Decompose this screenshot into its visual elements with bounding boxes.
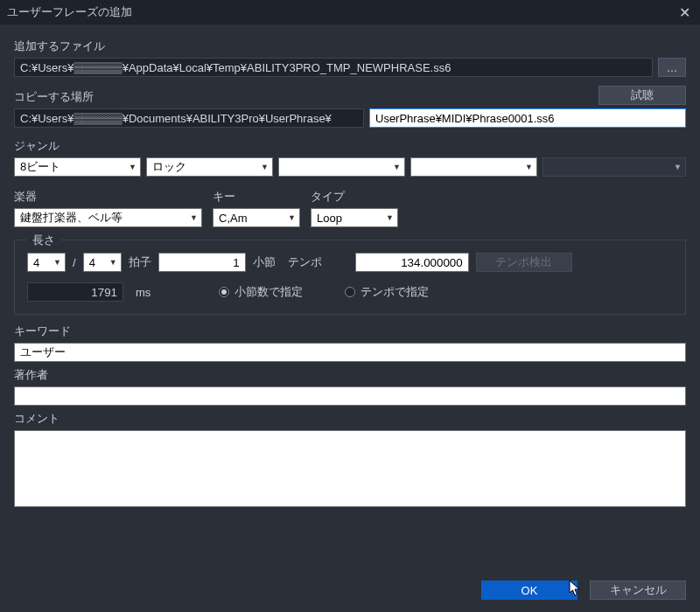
tempo-input[interactable] [355, 253, 469, 272]
instrument-label: 楽器 [14, 189, 202, 205]
type-select[interactable]: Loop ▼ [311, 208, 398, 227]
close-icon[interactable]: ✕ [676, 4, 693, 21]
genre-select-1-value: ロック [152, 159, 186, 175]
chevron-down-icon: ▼ [261, 163, 269, 171]
cancel-button[interactable]: キャンセル [590, 581, 686, 600]
title-bar: ユーザーフレーズの追加 ✕ [0, 0, 700, 24]
key-label: キー [213, 189, 300, 205]
file-add-label: 追加するファイル [14, 38, 686, 54]
author-input[interactable] [14, 386, 686, 406]
genre-select-1[interactable]: ロック ▼ [146, 157, 273, 177]
author-label: 著作者 [14, 367, 686, 383]
radio-by-tempo[interactable]: テンポで指定 [345, 284, 429, 300]
ms-unit-label: ms [136, 286, 150, 299]
copy-base-path: C:¥Users¥▒▒▒▒▒▒¥Documents¥ABILITY3Pro¥Us… [14, 108, 364, 128]
chevron-down-icon: ▼ [386, 213, 394, 222]
type-label: タイプ [311, 189, 398, 205]
beat-unit-label: 拍子 [129, 254, 151, 270]
chevron-down-icon: ▼ [288, 213, 296, 222]
genre-select-0-value: 8ビート [20, 159, 60, 175]
file-add-path: C:¥Users¥▒▒▒▒▒▒¥AppData¥Local¥Temp¥ABILI… [14, 58, 653, 77]
tempo-detect-button: テンポ検出 [476, 253, 572, 272]
slash-label: / [73, 256, 76, 269]
chevron-down-icon: ▼ [53, 258, 61, 267]
chevron-down-icon: ▼ [393, 163, 401, 171]
genre-select-0[interactable]: 8ビート ▼ [14, 157, 141, 177]
audition-button[interactable]: 試聴 [598, 86, 686, 105]
chevron-down-icon: ▼ [525, 163, 533, 171]
ok-button[interactable]: OK [481, 581, 578, 600]
genre-select-3[interactable]: ▼ [410, 157, 537, 177]
window-title: ユーザーフレーズの追加 [7, 4, 132, 20]
browse-button[interactable]: … [658, 58, 686, 77]
beats1-value: 4 [33, 256, 39, 269]
instrument-value: 鍵盤打楽器、ベル等 [20, 210, 122, 226]
chevron-down-icon: ▼ [190, 213, 198, 222]
key-select[interactable]: C,Am ▼ [213, 208, 300, 227]
beats2-value: 4 [89, 256, 95, 269]
tempo-label: テンポ [288, 254, 322, 270]
radio-by-bars-label: 小節数で指定 [234, 284, 303, 300]
radio-icon [219, 287, 229, 297]
bars-input[interactable] [158, 253, 246, 272]
radio-icon [345, 287, 355, 297]
comment-label: コメント [14, 411, 686, 427]
ms-input[interactable] [27, 282, 123, 302]
beats2-select[interactable]: 4 ▼ [83, 253, 122, 272]
chevron-down-icon: ▼ [674, 163, 682, 171]
genre-label: ジャンル [14, 138, 686, 154]
copy-rel-path-input[interactable] [369, 108, 686, 128]
genre-select-2[interactable]: ▼ [278, 157, 405, 177]
length-fieldset: 長さ 4 ▼ / 4 ▼ 拍子 小節 テンポ テンポ検出 ms 小節数で指 [14, 240, 686, 315]
chevron-down-icon: ▼ [129, 163, 136, 171]
beats1-select[interactable]: 4 ▼ [27, 253, 66, 272]
radio-by-bars[interactable]: 小節数で指定 [219, 284, 303, 300]
length-legend: 長さ [27, 233, 60, 248]
comment-textarea[interactable] [14, 430, 686, 507]
keyword-input[interactable] [14, 343, 686, 362]
bar-unit-label: 小節 [253, 254, 276, 270]
keyword-label: キーワード [14, 323, 686, 339]
key-value: C,Am [219, 212, 248, 225]
chevron-down-icon: ▼ [109, 258, 117, 267]
instrument-select[interactable]: 鍵盤打楽器、ベル等 ▼ [14, 208, 202, 227]
type-value: Loop [317, 212, 342, 225]
copy-to-label: コピーする場所 [14, 89, 94, 105]
genre-select-4[interactable]: ▼ [542, 157, 686, 177]
radio-by-tempo-label: テンポで指定 [360, 284, 429, 300]
